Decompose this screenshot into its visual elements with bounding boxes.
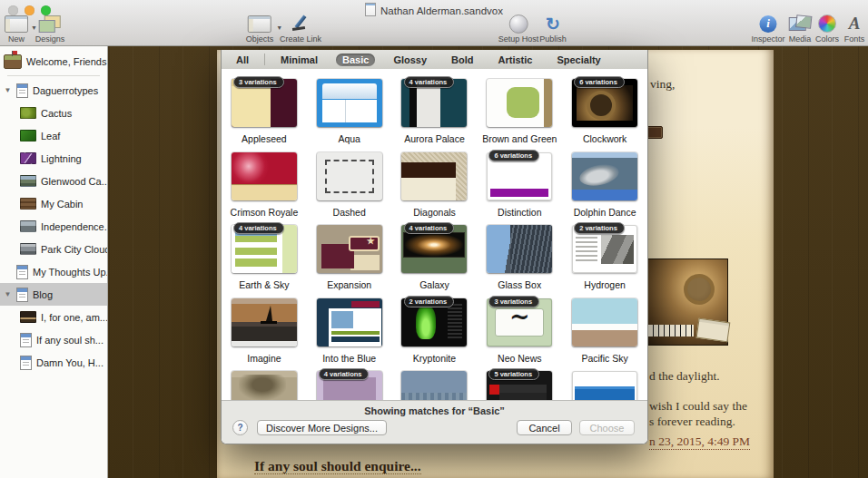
design-dolphin-dance[interactable]: Dolphin Dance: [562, 149, 647, 222]
design-row5-design-2[interactable]: 4 variations: [307, 367, 392, 401]
tab-specialty[interactable]: Specialty: [550, 54, 607, 66]
new-button[interactable]: ▼ New: [5, 14, 28, 44]
sidebar-item-i-for-one[interactable]: I, for one, am...: [0, 306, 107, 328]
create-link-button[interactable]: Create Link: [280, 14, 321, 44]
tab-glossy[interactable]: Glossy: [387, 54, 433, 66]
daguerrotypes-icon: [16, 83, 28, 98]
design-label: Dashed: [307, 207, 392, 218]
sidebar-item-label: Independence...: [41, 221, 107, 232]
tab-artistic[interactable]: Artistic: [492, 54, 539, 66]
page-text-fragment: wish I could say the: [649, 399, 747, 414]
sidebar-item-my-thoughts[interactable]: My Thoughts Up...: [0, 260, 107, 283]
design-thumbnail[interactable]: [317, 152, 382, 200]
sidebar-item-cactus[interactable]: Cactus: [0, 102, 107, 124]
disclosure-triangle-icon[interactable]: ▼: [4, 290, 12, 298]
sidebar-item-blog[interactable]: ▼Blog: [0, 283, 107, 306]
design-thumbnail[interactable]: [572, 152, 637, 200]
design-row5-design-3[interactable]: [392, 367, 478, 401]
inspector-button[interactable]: i Inspector: [751, 14, 784, 44]
sidebar-item-lightning[interactable]: Lightning: [0, 147, 107, 170]
design-label: Clockwork: [562, 133, 647, 144]
design-label: Aqua: [307, 133, 392, 144]
design-thumbnail[interactable]: [317, 79, 382, 127]
help-button[interactable]: ?: [232, 420, 248, 435]
design-label: Kryptonite: [392, 353, 478, 364]
design-appleseed[interactable]: 3 variationsAppleseed: [222, 75, 307, 149]
setup-host-button[interactable]: Setup Host: [498, 14, 539, 44]
sidebar-item-label: Park City Clouds: [41, 244, 107, 255]
design-diagonals[interactable]: Diagonals: [392, 149, 478, 222]
tab-basic[interactable]: Basic: [336, 54, 375, 66]
sidebar-item-label: Welcome, Friends!: [26, 56, 107, 67]
tab-all[interactable]: All: [230, 54, 255, 66]
post-heading: If any soul should enquire...: [254, 458, 421, 474]
cancel-button[interactable]: Cancel: [517, 420, 572, 435]
document-proxy-icon[interactable]: [365, 3, 376, 16]
sidebar-item-daguerrotypes[interactable]: ▼Daguerrotypes: [0, 79, 107, 102]
design-row5-design-4[interactable]: 5 variations: [477, 367, 562, 401]
design-thumbnail[interactable]: [232, 152, 297, 200]
design-thumbnail[interactable]: [572, 371, 637, 401]
design-thumbnail[interactable]: [317, 225, 382, 273]
designs-button[interactable]: Designs: [35, 14, 65, 44]
design-thumbnail[interactable]: [232, 298, 297, 346]
fonts-button[interactable]: A Fonts: [844, 14, 865, 44]
design-thumbnail[interactable]: [487, 79, 552, 127]
design-thumbnail[interactable]: [317, 298, 382, 346]
objects-button[interactable]: ▼ Objects: [246, 14, 274, 44]
publish-label: Publish: [539, 34, 567, 44]
media-button[interactable]: Media: [789, 14, 812, 44]
design-earth-and-sky[interactable]: 4 variationsEarth & Sky: [222, 221, 307, 295]
design-hydrogen[interactable]: 2 variationsHydrogen: [562, 221, 647, 295]
welcome-icon: [4, 54, 22, 69]
sidebar-item-park-city-clouds[interactable]: Park City Clouds: [0, 238, 107, 260]
sidebar-item-independence[interactable]: Independence...: [0, 215, 107, 238]
publish-button[interactable]: ↻ Publish: [539, 14, 567, 44]
variations-badge: 6 variations: [488, 150, 539, 161]
i-for-one-icon: [20, 311, 36, 323]
sidebar-item-glenwood[interactable]: Glenwood Ca...: [0, 170, 107, 192]
design-thumbnail[interactable]: [232, 371, 297, 401]
design-crimson-royale[interactable]: Crimson Royale: [222, 149, 307, 222]
sidebar-item-label: Lightning: [41, 153, 82, 164]
variations-badge: 4 variations: [404, 76, 455, 88]
sidebar-item-leaf[interactable]: Leaf: [0, 124, 107, 147]
blog-icon: [16, 288, 28, 302]
design-galaxy[interactable]: 4 variationsGalaxy: [392, 221, 478, 295]
sidebar-item-welcome[interactable]: Welcome, Friends!: [0, 50, 107, 73]
tab-bold[interactable]: Bold: [445, 54, 479, 66]
tab-minimal[interactable]: Minimal: [274, 54, 324, 66]
sidebar-item-damn-you[interactable]: Damn You, H...: [0, 351, 107, 374]
design-thumbnail[interactable]: [401, 152, 467, 200]
design-glass-box[interactable]: Glass Box: [477, 221, 562, 295]
design-imagine[interactable]: Imagine: [222, 295, 307, 368]
design-aurora-palace[interactable]: 4 variationsAurora Palace: [392, 75, 478, 149]
design-dashed[interactable]: Dashed: [307, 149, 392, 222]
sidebar-item-label: Daguerrotypes: [33, 85, 98, 96]
design-aqua[interactable]: Aqua: [307, 75, 392, 149]
design-thumbnail[interactable]: [401, 371, 467, 401]
design-expansion[interactable]: Expansion: [307, 221, 392, 295]
design-clockwork[interactable]: 6 variationsClockwork: [562, 75, 647, 149]
design-neo-news[interactable]: 3 variationsNeo News: [477, 295, 562, 368]
choose-button[interactable]: Choose: [579, 420, 635, 435]
design-thumbnail[interactable]: [487, 225, 552, 273]
design-brown-and-green[interactable]: Brown and Green: [477, 75, 562, 149]
disclosure-triangle-icon[interactable]: ▼: [4, 86, 12, 94]
design-row5-design-5[interactable]: [562, 367, 647, 401]
sidebar-item-label: Cactus: [41, 108, 72, 119]
sidebar-item-my-cabin[interactable]: My Cabin: [0, 192, 107, 215]
fonts-icon: A: [849, 14, 861, 34]
design-thumbnail[interactable]: [572, 298, 637, 346]
colors-button[interactable]: Colors: [815, 14, 839, 44]
design-into-the-blue[interactable]: Into the Blue: [307, 295, 392, 368]
design-kryptonite[interactable]: 2 variationsKryptonite: [392, 295, 478, 368]
design-distinction[interactable]: 6 variationsDistinction: [477, 149, 562, 222]
design-label: Dolphin Dance: [562, 207, 647, 218]
if-any-soul-icon: [20, 333, 32, 347]
design-pacific-sky[interactable]: Pacific Sky: [562, 295, 647, 368]
timestamp-link[interactable]: n 23, 2015, 4:49 PM: [649, 434, 750, 450]
sidebar-item-if-any-soul[interactable]: If any soul sh...: [0, 328, 107, 351]
discover-more-designs-button[interactable]: Discover More Designs...: [257, 420, 387, 435]
design-row5-design-1[interactable]: [222, 367, 307, 401]
